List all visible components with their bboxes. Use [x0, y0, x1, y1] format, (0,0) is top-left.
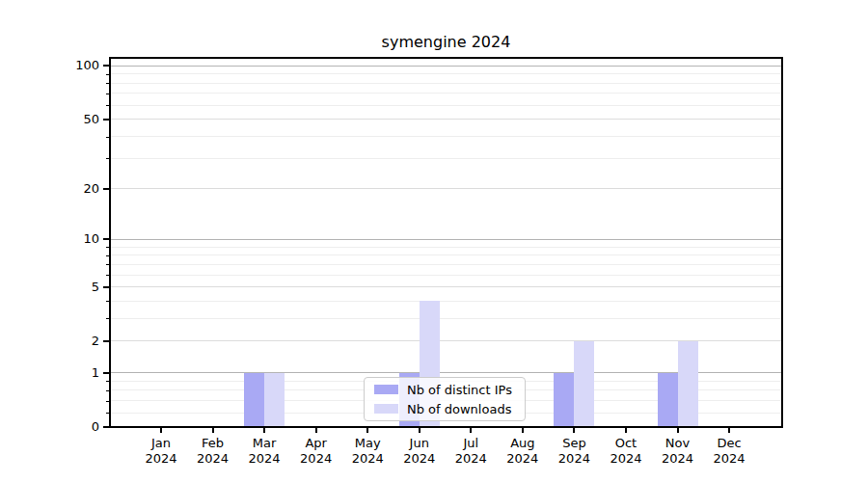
y-axis-minor-tick [106, 74, 110, 75]
bar-downloads-mar [264, 373, 285, 427]
y-axis-minor-tick [106, 381, 110, 382]
y-tick-label: 50 [41, 112, 99, 127]
y-axis-tick [103, 426, 110, 428]
y-minor-gridline [110, 83, 782, 84]
x-axis-tick [315, 427, 317, 433]
y-axis-tick [103, 372, 110, 374]
y-minor-gridline [110, 158, 782, 159]
y-axis-minor-tick [106, 94, 110, 94]
x-axis-tick [263, 427, 265, 433]
legend: Nb of distinct IPs Nb of downloads [364, 377, 526, 421]
y-tick-label: 100 [41, 58, 99, 73]
chart-title: symengine 2024 [110, 33, 782, 51]
plot-area: 0125102050100Jan 2024Feb 2024Mar 2024Apr… [110, 58, 782, 427]
bar-downloads-nov [678, 341, 698, 427]
y-axis-minor-tick [106, 137, 110, 138]
y-axis-minor-tick [106, 413, 110, 414]
y-axis-tick [103, 286, 110, 288]
y-axis-tick [103, 340, 110, 342]
y-minor-gridline [110, 275, 782, 276]
bar-distinct-ips-mar [244, 373, 264, 427]
x-axis-tick [366, 427, 368, 433]
y-axis-minor-tick [106, 255, 110, 256]
y-tick-label: 0 [41, 419, 99, 435]
y-axis-tick [103, 65, 110, 67]
y-tick-label: 5 [41, 280, 99, 295]
legend-label-distinct-ips: Nb of distinct IPs [407, 383, 512, 397]
y-minor-gridline [110, 105, 782, 106]
y-axis-minor-tick [106, 83, 110, 84]
chart-figure: symengine 2024 0125102050100Jan 2024Feb … [0, 0, 868, 482]
y-major-gridline [110, 286, 782, 287]
legend-item-downloads: Nb of downloads [372, 399, 517, 418]
x-axis-tick [625, 427, 627, 433]
y-minor-gridline [110, 247, 782, 248]
y-major-gridline [110, 188, 782, 189]
y-axis-minor-tick [106, 247, 110, 248]
x-axis-tick [522, 427, 524, 433]
x-axis-tick [419, 427, 420, 433]
y-minor-gridline [110, 73, 782, 74]
x-axis-tick [728, 427, 730, 433]
y-tick-label: 10 [41, 231, 99, 247]
y-minor-gridline [110, 136, 782, 137]
x-axis-tick [160, 427, 162, 433]
y-minor-gridline [110, 254, 782, 255]
y-axis-minor-tick [106, 158, 110, 159]
y-minor-gridline [110, 301, 782, 302]
y-axis-minor-tick [106, 264, 110, 265]
x-axis-tick [470, 427, 472, 433]
y-decade-gridline [110, 66, 782, 67]
right-spine [781, 57, 783, 428]
y-minor-gridline [110, 264, 782, 265]
legend-swatch-distinct-ips [374, 385, 398, 394]
legend-label-downloads: Nb of downloads [407, 402, 511, 416]
y-decade-gridline [110, 239, 782, 240]
bar-distinct-ips-sep [554, 373, 574, 427]
top-spine [109, 57, 783, 59]
y-major-gridline [110, 119, 782, 120]
bottom-spine [109, 426, 783, 428]
y-axis-tick [103, 238, 110, 240]
y-tick-label: 2 [41, 334, 99, 349]
y-minor-gridline [110, 93, 782, 94]
y-axis-minor-tick [106, 105, 110, 106]
y-axis-minor-tick [106, 401, 110, 402]
y-axis-minor-tick [106, 318, 110, 319]
bar-downloads-sep [574, 341, 594, 427]
x-axis-tick [677, 427, 679, 433]
y-axis-tick [103, 188, 110, 190]
legend-swatch-downloads [374, 404, 398, 414]
y-axis-tick [103, 119, 110, 120]
x-axis-tick [212, 427, 214, 433]
x-tick-label: Dec 2024 [698, 436, 760, 467]
y-axis-minor-tick [106, 301, 110, 302]
y-axis-minor-tick [106, 275, 110, 276]
y-axis-minor-tick [106, 390, 110, 391]
y-tick-label: 1 [41, 365, 99, 381]
legend-item-distinct-ips: Nb of distinct IPs [372, 380, 517, 399]
x-axis-tick [573, 427, 575, 433]
y-minor-gridline [110, 318, 782, 319]
bar-distinct-ips-nov [658, 373, 678, 427]
y-tick-label: 20 [41, 181, 99, 197]
